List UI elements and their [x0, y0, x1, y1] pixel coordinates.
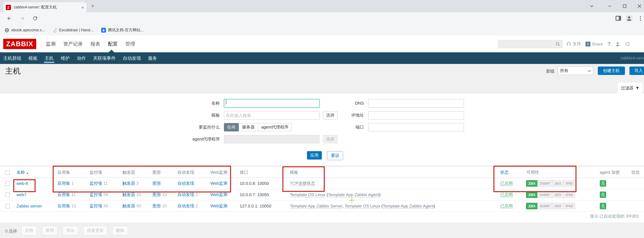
column-header-name[interactable]: 名称▲ [16, 169, 29, 175]
graphs-link[interactable]: 图形 [152, 192, 161, 197]
help-link[interactable]: ? [607, 41, 610, 47]
web-link[interactable]: Web监测 [210, 204, 227, 208]
ip-input[interactable] [368, 111, 464, 119]
filter-tab[interactable]: 过滤器 [618, 83, 642, 94]
support-link[interactable]: 支持 [566, 41, 581, 47]
template-link[interactable]: Template App Zabbix Agent [328, 192, 379, 198]
triggers-link[interactable]: 触发器 [122, 192, 135, 197]
menu-item-inventory[interactable]: 资产记录 [63, 41, 83, 47]
row-checkbox[interactable] [5, 181, 10, 186]
new-tab-button[interactable]: + [91, 3, 94, 9]
subnav-host-groups[interactable]: 主机群组 [3, 52, 21, 64]
forward-icon[interactable] [20, 15, 25, 21]
port-input[interactable] [368, 123, 464, 131]
host-name-link[interactable]: web-8 [16, 181, 28, 186]
zabbix-logo[interactable]: ZABBIX [3, 39, 36, 49]
tab-close-icon[interactable]: × [82, 5, 84, 10]
template-label: 模板 [162, 111, 220, 119]
column-header-web: Web监测 [210, 169, 227, 175]
ipmi-badge: IPMI [564, 192, 575, 198]
template-search-input[interactable] [224, 111, 320, 119]
graphs-link[interactable]: 图形 [152, 181, 161, 186]
monitored-by-any[interactable]: 任何 [224, 123, 239, 131]
monitored-by-server[interactable]: 服务器 [239, 123, 258, 131]
applications-link[interactable]: 应用集 [58, 192, 70, 197]
import-button[interactable]: 导入 [630, 66, 644, 75]
applications-link[interactable]: 应用集 [58, 204, 70, 208]
subnav-maintenance[interactable]: 维护 [61, 52, 70, 64]
discovery-link[interactable]: 自动发现 [178, 204, 194, 208]
subnav-hosts[interactable]: 主机 [44, 52, 54, 64]
group-label: 群组 [546, 68, 554, 74]
applications-link[interactable]: 应用集 [58, 181, 70, 186]
template-link[interactable]: Template OS Linux [344, 204, 380, 209]
monitored-by-proxy[interactable]: agent代理程序 [258, 123, 292, 131]
reload-icon[interactable] [32, 15, 38, 21]
status-enabled-link[interactable]: 已启用 [500, 204, 513, 209]
filter-funnel-icon [635, 86, 639, 90]
menu-item-reports[interactable]: 报表 [90, 41, 100, 47]
browser-toolbar: 不安全 10.0.0.61/zabbix/hosts.php?ddreset=1 [0, 12, 644, 24]
back-icon[interactable] [6, 15, 12, 21]
snmp-badge: SNMP [537, 180, 552, 187]
menu-item-configuration[interactable]: 配置 [108, 41, 118, 47]
web-link[interactable]: Web监测 [210, 181, 227, 186]
bookmark-item[interactable]: 腾讯文档-官方网站... [101, 27, 144, 33]
name-input[interactable] [224, 99, 320, 108]
reset-button[interactable]: 重设 [327, 151, 343, 160]
group-select[interactable]: 所有 [558, 66, 593, 75]
items-link[interactable]: 监控项 [90, 192, 102, 197]
status-enabled-link[interactable]: 已启用 [500, 192, 513, 197]
host-row-zabbix-server: Zabbix server 应用集12 监控项90 触发器50 图形15 自动发… [0, 201, 644, 212]
triggers-link[interactable]: 触发器 [122, 204, 135, 208]
column-header-graphs: 图形 [152, 169, 161, 175]
host-name-link[interactable]: Zabbix server [16, 204, 42, 209]
subnav-templates[interactable]: 模板 [28, 52, 38, 64]
template-link[interactable]: Template App Zabbix Server [290, 204, 342, 209]
template-link[interactable]: TCP连接状态 [290, 181, 315, 186]
zabbix-favicon: Z [6, 5, 11, 10]
subnav-services[interactable]: 服务 [148, 52, 157, 64]
window-maximize-button[interactable] [622, 4, 627, 8]
monitored-by-label: 要监控什么 [162, 123, 220, 131]
create-host-button[interactable]: 创建主机 [598, 66, 625, 75]
web-link[interactable]: Web监测 [210, 192, 227, 197]
discovery-link[interactable]: 自动发现 [178, 192, 194, 197]
bookmark-item[interactable]: ebook.apecome.c... [4, 28, 45, 32]
column-header-status[interactable]: 状态 [500, 169, 508, 175]
discovery-link[interactable]: 自动发现 [178, 181, 194, 186]
filter-panel: 名称 DNS 模板 选择 IP地址 要监控什么 任何 服务器 agent代理程序… [0, 94, 644, 165]
browser-tab[interactable]: Z zabbix4-server: 配置主机 × [3, 2, 86, 12]
host-name-link[interactable]: web7 [16, 192, 26, 197]
subnav-discovery[interactable]: 自动发现 [123, 52, 141, 64]
row-checkbox[interactable] [5, 204, 10, 208]
subnav-event-correlation[interactable]: 关联项事件 [93, 52, 116, 64]
menu-item-administration[interactable]: 管理 [125, 41, 135, 47]
logout-icon[interactable] [625, 41, 630, 46]
column-header-items: 监控项 [90, 169, 102, 175]
select-all-checkbox[interactable] [5, 170, 10, 175]
tab-search-icon[interactable] [590, 4, 594, 8]
bookmark-item[interactable]: Excalidraw | Hand... [53, 28, 94, 32]
subnav-actions[interactable]: 动作 [77, 52, 86, 64]
dns-input[interactable] [368, 99, 464, 108]
avatar[interactable] [626, 15, 633, 22]
browser-menu-icon[interactable] [638, 15, 643, 21]
items-link[interactable]: 监控项 [90, 204, 102, 208]
menu-item-monitoring[interactable]: 监测 [46, 41, 56, 47]
window-minimize-button[interactable] [608, 4, 612, 8]
side-panel-icon[interactable] [616, 16, 621, 21]
triggers-link[interactable]: 触发器 [122, 181, 135, 186]
template-link[interactable]: Template App Zabbix Agent [383, 204, 434, 209]
graphs-link[interactable]: 图形 [152, 204, 161, 208]
row-checkbox[interactable] [5, 193, 10, 197]
status-enabled-link[interactable]: 已启用 [500, 181, 513, 186]
items-link[interactable]: 监控项 [90, 181, 102, 186]
template-link[interactable]: Template OS Linux [290, 192, 326, 198]
tab-title: zabbix4-server: 配置主机 [14, 4, 80, 10]
apply-button[interactable]: 应用 [307, 151, 322, 160]
global-search-input[interactable] [498, 40, 562, 48]
share-link[interactable]: Z Share [586, 41, 603, 46]
window-close-button[interactable] [637, 4, 642, 8]
profile-icon[interactable] [615, 41, 620, 47]
